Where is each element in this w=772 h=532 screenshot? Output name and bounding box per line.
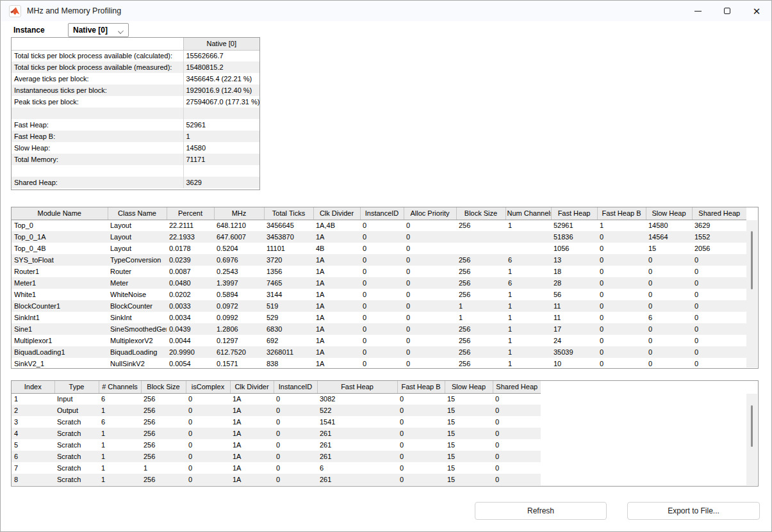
cell[interactable]: 1 — [99, 451, 141, 462]
cell[interactable]: 3456645.4 (22.21 %) — [183, 73, 259, 85]
cell[interactable]: 1A — [230, 474, 274, 485]
cell[interactable]: 6 — [505, 254, 551, 266]
cell[interactable]: 0 — [360, 312, 404, 323]
cell[interactable]: 0 — [186, 416, 230, 428]
cell[interactable]: 261 — [317, 439, 397, 451]
cell[interactable]: TypeConversion — [108, 254, 167, 266]
cell[interactable]: 0 — [404, 346, 456, 358]
cell[interactable]: Meter1 — [12, 277, 108, 289]
cell[interactable]: 0 — [646, 300, 692, 312]
cell[interactable]: Peak ticks per block: — [12, 96, 183, 108]
cell[interactable]: 0.2543 — [214, 266, 264, 277]
cell[interactable]: 0 — [360, 300, 404, 312]
cell[interactable]: 0.0044 — [167, 335, 214, 346]
cell[interactable] — [505, 243, 551, 254]
cell[interactable]: 0 — [397, 439, 445, 451]
cell[interactable]: 1A — [230, 428, 274, 439]
cell[interactable]: 0 — [597, 323, 646, 335]
cell[interactable]: NullSinkV2 — [108, 358, 167, 369]
cell[interactable]: 22.1933 — [167, 231, 214, 243]
cell[interactable]: 0 — [404, 358, 456, 369]
cell[interactable]: 52961 — [183, 119, 259, 131]
cell[interactable]: 1A — [230, 393, 274, 405]
cell[interactable]: 0 — [692, 323, 746, 335]
cell[interactable]: Total ticks per block process available … — [12, 61, 183, 73]
cell[interactable]: 0 — [597, 289, 646, 300]
cell[interactable]: 256 — [141, 451, 186, 462]
cell[interactable]: 0 — [274, 474, 317, 485]
cell[interactable]: Router — [108, 266, 167, 277]
cell[interactable] — [12, 108, 183, 119]
cell[interactable]: 0 — [274, 393, 317, 405]
cell[interactable]: 1 — [505, 358, 551, 369]
cell[interactable]: 1 — [505, 266, 551, 277]
cell[interactable]: 5 — [12, 439, 54, 451]
cell[interactable]: BlockCounter — [108, 300, 167, 312]
cell[interactable]: 0 — [186, 393, 230, 405]
cell[interactable]: 15 — [445, 474, 493, 485]
cell[interactable]: 0 — [646, 358, 692, 369]
cell[interactable]: 1 — [505, 220, 551, 231]
cell[interactable] — [183, 108, 259, 119]
cell[interactable]: 1 — [597, 220, 646, 231]
cell[interactable]: 256 — [141, 439, 186, 451]
cell[interactable] — [456, 231, 505, 243]
cell[interactable]: 0 — [646, 335, 692, 346]
cell[interactable]: SineSmoothedGen — [108, 323, 167, 335]
cell[interactable]: 0 — [360, 231, 404, 243]
cell[interactable]: 0 — [646, 346, 692, 358]
cell[interactable]: 0.0439 — [167, 323, 214, 335]
cell[interactable]: 0 — [186, 451, 230, 462]
cell[interactable]: Router1 — [12, 266, 108, 277]
minimize-button[interactable] — [683, 1, 712, 21]
cell[interactable]: 0 — [404, 335, 456, 346]
cell[interactable]: 0.1571 — [214, 358, 264, 369]
cell[interactable]: 56 — [551, 289, 597, 300]
cell[interactable]: 1.2806 — [214, 323, 264, 335]
cell[interactable]: 256 — [456, 254, 505, 266]
cell[interactable]: 256 — [456, 346, 505, 358]
cell[interactable]: 0 — [360, 266, 404, 277]
cell[interactable]: 0 — [274, 428, 317, 439]
cell[interactable]: 0 — [186, 462, 230, 474]
cell[interactable]: 7465 — [264, 277, 313, 289]
cell[interactable]: 0 — [597, 243, 646, 254]
cell[interactable]: 0 — [360, 346, 404, 358]
cell[interactable]: 8 — [12, 474, 54, 485]
cell[interactable]: 11 — [551, 300, 597, 312]
cell[interactable]: 3 — [12, 416, 54, 428]
cell[interactable]: 1A — [230, 462, 274, 474]
cell[interactable]: 0.0202 — [167, 289, 214, 300]
cell[interactable]: 256 — [456, 277, 505, 289]
cell[interactable]: 256 — [141, 474, 186, 485]
cell[interactable]: 20.9990 — [167, 346, 214, 358]
cell[interactable]: 692 — [264, 335, 313, 346]
cell[interactable]: 0 — [404, 312, 456, 323]
cell[interactable]: Output — [54, 405, 99, 416]
cell[interactable]: 1552 — [692, 231, 746, 243]
cell[interactable]: 0 — [404, 266, 456, 277]
cell[interactable]: 6 — [99, 416, 141, 428]
cell[interactable]: 7 — [12, 462, 54, 474]
cell[interactable]: 1A — [313, 266, 360, 277]
cell[interactable]: 0 — [597, 312, 646, 323]
cell[interactable]: 15 — [445, 439, 493, 451]
buffer-scrollbar-thumb[interactable] — [751, 405, 753, 447]
cell[interactable]: 0 — [493, 439, 541, 451]
cell[interactable]: 0 — [397, 451, 445, 462]
cell[interactable]: MultiplexorV2 — [108, 335, 167, 346]
cell[interactable]: 0 — [646, 254, 692, 266]
cell[interactable]: Top_0 — [12, 220, 108, 231]
cell[interactable]: Multiplexor1 — [12, 335, 108, 346]
cell[interactable] — [456, 243, 505, 254]
cell[interactable]: 0 — [404, 323, 456, 335]
cell[interactable]: 11101 — [264, 243, 313, 254]
cell[interactable]: 0 — [360, 323, 404, 335]
cell[interactable]: 0 — [692, 266, 746, 277]
cell[interactable]: 256 — [141, 416, 186, 428]
cell[interactable]: 6 — [99, 393, 141, 405]
cell[interactable]: 1541 — [317, 416, 397, 428]
cell[interactable]: 0 — [274, 416, 317, 428]
cell[interactable]: 15 — [445, 405, 493, 416]
cell[interactable]: 1A — [230, 416, 274, 428]
